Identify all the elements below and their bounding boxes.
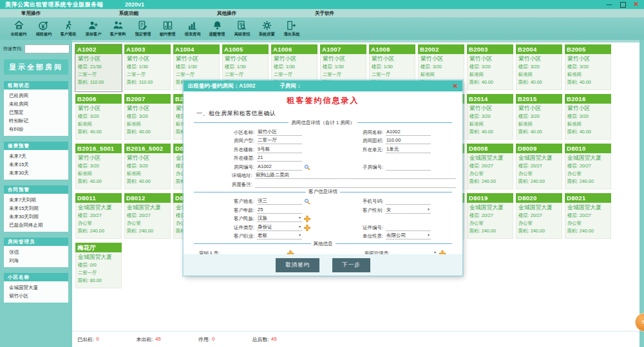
field-input[interactable]: A1002 <box>257 163 302 171</box>
room-card-community: 金城国贸大厦 <box>469 154 513 162</box>
toolbar-button-10[interactable]: 高级查找 <box>230 17 255 40</box>
sidebar-item[interactable]: 张强 <box>4 248 68 256</box>
room-card[interactable]: B2016_5002紫竹小区楼层: 3/20标准间面积: 40.00 <box>124 144 171 191</box>
sidebar-item[interactable]: 未来30天到期 <box>4 212 68 221</box>
room-card-area: 面积: 80.00 <box>78 277 121 285</box>
sidebar-item[interactable]: 未来7天到期 <box>4 196 68 204</box>
menu-item-2[interactable]: 系统功能 <box>119 10 217 17</box>
menu-item-4[interactable]: 关于软件 <box>315 10 413 17</box>
field-input[interactable] <box>255 180 456 188</box>
room-card[interactable]: B2016_5001紫竹小区楼层: 3/20标准间面积: 40.00 <box>75 144 122 191</box>
quick-search-input[interactable] <box>24 44 70 53</box>
sidebar-item[interactable]: 未来7天 <box>4 152 68 160</box>
field-input[interactable]: 1单元 <box>386 145 431 153</box>
dialog-field-groups: 房间信息详情（合计 1 房间）小区名称:紫竹小区房间名称:A1002房间户型:二… <box>190 120 456 257</box>
room-card[interactable]: D8020金城国贸大厦楼层: 20/27办公室面积: 240.00 <box>516 193 562 240</box>
maximize-icon[interactable] <box>620 2 626 8</box>
room-card[interactable]: B2006紫竹小区楼层: 3/20标准间面积: 40.00 <box>75 94 122 141</box>
room-card[interactable]: D8011金城国贸大厦楼层: 20/27办公室面积: 240.00 <box>75 193 122 240</box>
room-card[interactable]: B2005紫竹小区楼层: 3/20标准间面积: 40.00 <box>565 44 611 91</box>
toolbar-button-11[interactable]: 系统设置 <box>254 17 279 40</box>
search-icon[interactable] <box>304 164 310 171</box>
renew-sign-icon <box>38 20 49 31</box>
field-input[interactable] <box>386 223 431 231</box>
toolbar-button-8[interactable]: 报表查询 <box>180 17 205 40</box>
toolbar-button-5[interactable]: 客户资料 <box>106 17 131 40</box>
minimize-icon[interactable] <box>607 2 612 8</box>
field-input[interactable]: 汉族 <box>257 214 302 222</box>
group-divider: 客户信息详情 <box>194 189 452 195</box>
field-input[interactable]: 紫荆山路二里岗 <box>255 171 456 179</box>
field-input[interactable]: 女 <box>386 206 431 214</box>
field-input[interactable]: 老板 <box>257 232 302 239</box>
field-input[interactable]: 张三 <box>257 197 302 205</box>
field-input[interactable]: 有限公司 <box>386 232 431 239</box>
room-card[interactable]: B2016紫竹小区楼层: 3/20标准间面积: 40.00 <box>565 94 611 141</box>
sidebar-item[interactable]: 已租房间 <box>4 91 68 100</box>
menu-item-3[interactable]: 其他操作 <box>217 10 315 17</box>
dialog-close-icon[interactable] <box>453 83 458 89</box>
chevron-down-icon[interactable] <box>298 225 301 229</box>
room-card[interactable]: D8019金城国贸大厦楼层: 20/27办公室面积: 240.00 <box>467 193 513 240</box>
toolbar-button-1[interactable]: 出租签约 <box>6 17 32 40</box>
field-input[interactable]: 21 <box>257 154 302 162</box>
add-icon[interactable] <box>304 225 310 231</box>
field-input[interactable]: 紫竹小区 <box>257 128 302 136</box>
room-card[interactable]: B2015紫竹小区楼层: 3/20标准间面积: 40.00 <box>516 94 562 141</box>
room-card[interactable]: D8010金城国贸大厦楼层: 20/27办公室面积: 240.00 <box>565 144 611 191</box>
room-card[interactable]: B2014紫竹小区楼层: 3/20标准间面积: 40.00 <box>467 94 513 141</box>
sidebar-item[interactable]: 刘海 <box>4 256 68 265</box>
chevron-down-icon[interactable] <box>298 216 301 220</box>
chevron-down-icon[interactable] <box>298 234 301 237</box>
room-card[interactable]: A1003紫竹小区楼层: 1/30二室一厅面积: 110.00 <box>124 44 171 91</box>
toolbar-button-2[interactable]: 续租签约 <box>32 17 57 40</box>
sidebar-item[interactable]: 已预定 <box>4 108 68 117</box>
room-card[interactable]: B2003紫竹小区楼层: 3/20标准间面积: 40.00 <box>467 44 513 91</box>
field-input[interactable]: 110.00 <box>386 136 431 144</box>
field-input[interactable] <box>386 197 431 205</box>
cancel-sign-button[interactable]: 取消签约 <box>276 258 319 272</box>
booking-icon <box>137 20 148 31</box>
room-card[interactable]: A1002紫竹小区楼层: 21/30二室一厅面积: 110.00 <box>75 44 122 91</box>
room-card-area: 面积: 240.00 <box>567 227 611 235</box>
room-card-type: 二室一厅 <box>274 71 317 79</box>
toolbar-button-12[interactable]: 退出系统 <box>279 17 305 40</box>
sidebar-item[interactable]: 已超合同终止期 <box>4 221 68 229</box>
field-input[interactable]: 25 <box>257 206 302 214</box>
search-icon[interactable] <box>304 198 310 205</box>
add-icon[interactable] <box>304 216 310 222</box>
chevron-down-icon[interactable] <box>427 234 430 237</box>
sidebar-item[interactable]: 特别标记 <box>4 117 68 125</box>
sidebar-item[interactable]: 未来30天 <box>4 169 68 177</box>
room-card[interactable]: B2007紫竹小区楼层: 3/20标准间面积: 40.00 <box>124 94 171 141</box>
sidebar-item[interactable]: 有纠纷 <box>4 125 68 133</box>
room-card[interactable]: D8021金城国贸大厦楼层: 20/27办公室面积: 240.00 <box>565 193 611 240</box>
room-card-type: 办公室 <box>469 170 513 178</box>
close-icon[interactable] <box>634 1 639 8</box>
field-input[interactable]: A1002 <box>386 128 431 136</box>
room-card[interactable]: D8012金城国贸大厦楼层: 20/27办公室面积: 240.00 <box>124 193 171 240</box>
field-input[interactable]: 身份证 <box>257 223 302 231</box>
sidebar-item[interactable]: 金城国贸大厦 <box>4 283 68 292</box>
toolbar-button-6[interactable]: 预定管理 <box>131 17 156 40</box>
next-step-button[interactable]: 下一步 <box>332 258 370 272</box>
toolbar-button-9[interactable]: 提醒管理 <box>205 17 230 40</box>
room-card[interactable]: 梅花厅金城国贸大厦楼层: 0/0二室一厅面积: 80.00 <box>75 243 122 290</box>
room-card[interactable]: D8008金城国贸大厦楼层: 20/27办公室面积: 240.00 <box>467 144 513 191</box>
sidebar-item[interactable]: 未来15天 <box>4 160 68 169</box>
toolbar-button-3[interactable]: 客户退租 <box>56 17 81 40</box>
show-all-rooms-button[interactable]: 显示全部房间 <box>4 59 68 75</box>
room-card[interactable]: D8009金城国贸大厦楼层: 20/27办公室面积: 240.00 <box>516 144 562 191</box>
sidebar-item[interactable]: 未租房间 <box>4 100 68 108</box>
room-card[interactable]: B2004紫竹小区楼层: 3/20标准间面积: 40.00 <box>516 44 562 91</box>
menu-item-1[interactable]: 常用操作 <box>21 10 119 17</box>
sidebar-item[interactable]: 紫竹小区 <box>4 292 68 300</box>
chevron-down-icon[interactable] <box>433 251 437 254</box>
field-input[interactable]: 9号栋 <box>257 145 302 153</box>
field-input[interactable] <box>386 163 431 171</box>
toolbar-button-7[interactable]: 签约管理 <box>155 17 180 40</box>
chevron-down-icon[interactable] <box>427 208 430 211</box>
field-input[interactable]: 二室一厅 <box>257 136 302 144</box>
toolbar-button-4[interactable]: 添加客户 <box>81 17 106 40</box>
sidebar-item[interactable]: 未来15天到期 <box>4 204 68 212</box>
